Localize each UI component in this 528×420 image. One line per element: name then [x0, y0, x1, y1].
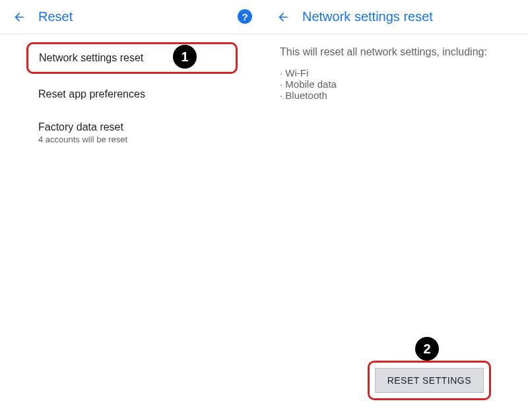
help-icon[interactable]: ?: [238, 9, 252, 24]
reset-options-list: Network settings reset Reset app prefere…: [0, 34, 264, 155]
list-item-sublabel: 4 accounts will be reset: [38, 135, 248, 144]
right-header: Network settings reset: [264, 0, 528, 34]
intro-text: This will reset all network settings, in…: [280, 46, 512, 58]
reset-settings-button[interactable]: RESET SETTINGS: [375, 368, 484, 393]
annotation-badge-1: 1: [173, 45, 197, 69]
page-title-left: Reset: [38, 9, 73, 24]
back-arrow-icon[interactable]: [12, 10, 26, 24]
bullet-item: Wi-Fi: [280, 67, 512, 78]
bullet-list: Wi-Fi Mobile data Bluetooth: [280, 67, 512, 101]
reset-button-highlight: RESET SETTINGS: [368, 361, 491, 400]
back-arrow-icon[interactable]: [276, 10, 290, 24]
bullet-item: Mobile data: [280, 78, 512, 90]
page-title-right: Network settings reset: [302, 9, 433, 24]
bullet-item: Bluetooth: [280, 90, 512, 101]
left-pane: Reset ? Network settings reset Reset app…: [0, 0, 264, 420]
list-item-label: Reset app preferences: [38, 88, 248, 100]
annotation-badge-2: 2: [415, 337, 439, 361]
list-item-label: Network settings reset: [39, 52, 225, 64]
network-reset-description: This will reset all network settings, in…: [264, 34, 528, 113]
list-item-label: Factory data reset: [38, 121, 248, 133]
list-item-network-reset[interactable]: Network settings reset: [26, 42, 238, 74]
left-header: Reset ?: [0, 0, 264, 34]
list-item-app-preferences[interactable]: Reset app preferences: [0, 78, 264, 111]
list-item-factory-reset[interactable]: Factory data reset 4 accounts will be re…: [0, 111, 264, 155]
right-pane: Network settings reset This will reset a…: [264, 0, 528, 420]
